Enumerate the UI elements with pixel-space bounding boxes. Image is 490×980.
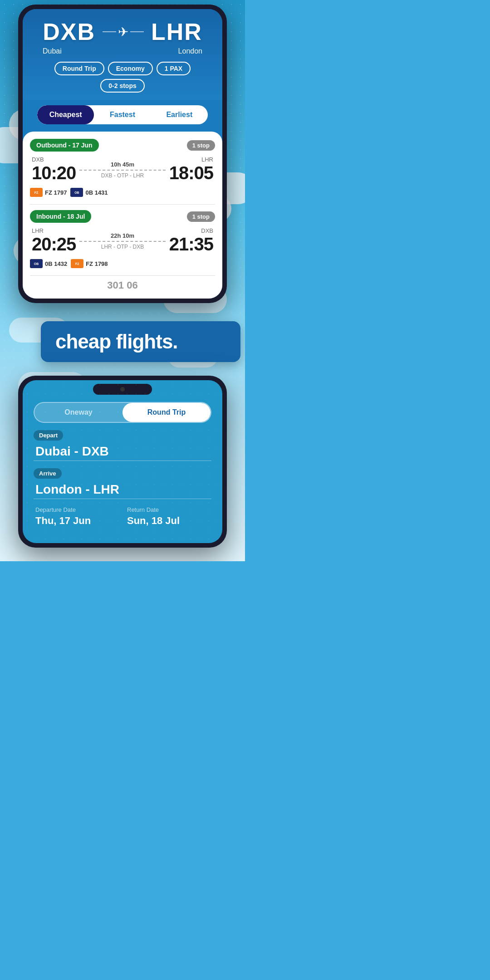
- airline-2-flight: 0B 1431: [85, 189, 108, 196]
- inbound-airlines: OB 0B 1432 FZ FZ 1798: [30, 259, 215, 268]
- airline-2: OB 0B 1431: [70, 188, 108, 197]
- outbound-via: DXB - OTP - LHR: [79, 172, 165, 179]
- destination-city: London: [178, 47, 202, 55]
- outbound-stops: 1 stop: [187, 140, 215, 151]
- outbound-destination: LHR: [169, 156, 213, 163]
- departure-date-label: Departure Date: [35, 506, 118, 513]
- depart-field[interactable]: Depart Dubai - DXB: [34, 430, 211, 461]
- inbound-stops: 1 stop: [187, 211, 215, 222]
- trip-type-pill[interactable]: Round Trip: [54, 62, 104, 75]
- departure-date-value: Thu, 17 Jun: [35, 515, 118, 527]
- airline-3: OB 0B 1432: [30, 259, 67, 268]
- sort-tabs: Cheapest Fastest Earliest: [37, 105, 208, 124]
- inbound-via: LHR - OTP - DXB: [79, 244, 165, 250]
- airline-4: FZ FZ 1798: [71, 259, 108, 268]
- inbound-arrive-time: 21:35: [169, 234, 213, 255]
- airline-1: FZ FZ 1797: [30, 188, 67, 197]
- trip-type-toggle[interactable]: Oneway Round Trip: [34, 402, 211, 423]
- outbound-segment: Outbound - 17 Jun 1 stop DXB 10:20 10h 4…: [30, 139, 215, 197]
- promo-headline: cheap flights.: [55, 330, 178, 353]
- tab-cheapest[interactable]: Cheapest: [37, 105, 94, 124]
- outbound-duration: 10h 45m: [79, 161, 165, 168]
- price-preview: 301 06: [30, 275, 215, 291]
- airline-2-logo: OB: [70, 188, 83, 197]
- outbound-depart-time: 10:20: [32, 163, 76, 183]
- origin-code: DXB: [43, 18, 95, 45]
- inbound-badge: Inbound - 18 Jul: [30, 210, 91, 223]
- tab-earliest[interactable]: Earliest: [151, 105, 208, 124]
- stops-pill[interactable]: 0-2 stops: [100, 79, 144, 93]
- outbound-airlines: FZ FZ 1797 OB 0B 1431: [30, 188, 215, 197]
- flight-direction-icon: ✈: [103, 24, 144, 39]
- airline-3-logo: OB: [30, 259, 43, 268]
- inbound-depart-time: 20:25: [32, 234, 76, 255]
- cabin-class-pill[interactable]: Economy: [108, 62, 153, 75]
- outbound-origin: DXB: [32, 156, 76, 163]
- round-trip-option[interactable]: Round Trip: [122, 403, 211, 422]
- airline-1-logo: FZ: [30, 188, 43, 197]
- arrive-value: London - LHR: [34, 482, 211, 497]
- return-date-value: Sun, 18 Jul: [127, 515, 210, 527]
- depart-value: Dubai - DXB: [34, 444, 211, 459]
- destination-code: LHR: [151, 18, 202, 45]
- inbound-segment: Inbound - 18 Jul 1 stop LHR 20:25 22h 10…: [30, 210, 215, 268]
- tab-fastest[interactable]: Fastest: [94, 105, 151, 124]
- outbound-arrive-time: 18:05: [169, 163, 213, 183]
- arrive-label: Arrive: [34, 468, 62, 479]
- airline-4-flight: FZ 1798: [86, 260, 108, 267]
- oneway-option[interactable]: Oneway: [34, 403, 122, 422]
- inbound-destination: DXB: [169, 227, 213, 234]
- passengers-pill[interactable]: 1 PAX: [157, 62, 191, 75]
- depart-label: Depart: [34, 430, 63, 441]
- inbound-origin: LHR: [32, 227, 76, 234]
- origin-city: Dubai: [43, 47, 62, 55]
- return-date-label: Return Date: [127, 506, 210, 513]
- departure-date[interactable]: Departure Date Thu, 17 Jun: [35, 506, 118, 527]
- inbound-duration: 22h 10m: [79, 232, 165, 239]
- airline-4-logo: FZ: [71, 259, 83, 268]
- return-date[interactable]: Return Date Sun, 18 Jul: [127, 506, 210, 527]
- dates-section: Departure Date Thu, 17 Jun Return Date S…: [34, 506, 211, 527]
- airline-1-flight: FZ 1797: [45, 189, 67, 196]
- phone2-notch: [23, 380, 222, 395]
- outbound-badge: Outbound - 17 Jun: [30, 139, 99, 152]
- arrive-field[interactable]: Arrive London - LHR: [34, 468, 211, 499]
- airline-3-flight: 0B 1432: [45, 260, 67, 267]
